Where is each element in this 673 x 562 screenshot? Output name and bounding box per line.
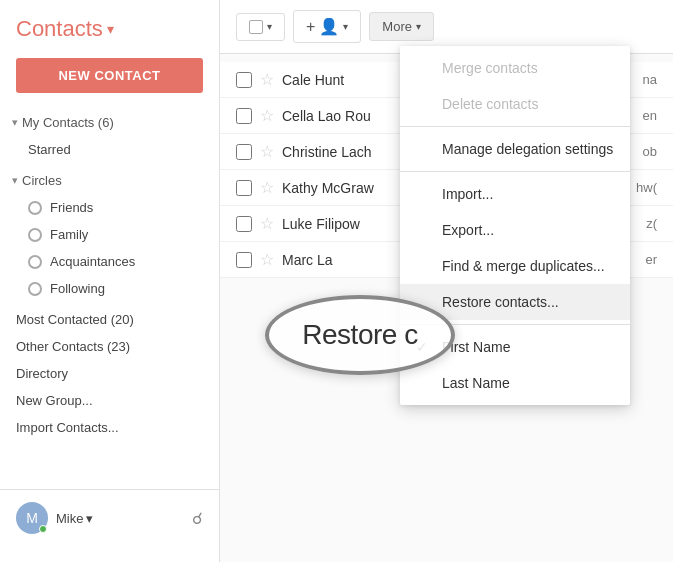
- first-name-label: First Name: [442, 339, 510, 355]
- sidebar-item-friends[interactable]: Friends: [0, 194, 219, 221]
- family-label: Family: [50, 227, 88, 242]
- checkbox-select-button[interactable]: ▾: [236, 13, 285, 41]
- circles-label: Circles: [22, 173, 62, 188]
- more-label: More: [382, 19, 412, 34]
- sidebar-bottom: M Mike ▾ ☌: [0, 489, 219, 546]
- my-contacts-label: My Contacts (6): [22, 115, 114, 130]
- acquaintances-label: Acquaintances: [50, 254, 135, 269]
- menu-item-merge-contacts[interactable]: Merge contacts: [400, 50, 630, 86]
- sidebar-item-import-contacts[interactable]: Import Contacts...: [0, 414, 219, 441]
- checkbox-chevron-icon: ▾: [267, 21, 272, 32]
- app-title-text: Contacts: [16, 16, 103, 42]
- contact-checkbox-3[interactable]: [236, 180, 252, 196]
- contact-checkbox-1[interactable]: [236, 108, 252, 124]
- menu-item-first-name[interactable]: ✓ First Name: [400, 329, 630, 365]
- following-label: Following: [50, 281, 105, 296]
- find-merge-label: Find & merge duplicates...: [442, 258, 605, 274]
- contact-email-2: ob: [643, 144, 657, 159]
- manage-delegation-label: Manage delegation settings: [442, 141, 613, 157]
- menu-item-export[interactable]: Export...: [400, 212, 630, 248]
- menu-item-import[interactable]: Import...: [400, 176, 630, 212]
- merge-contacts-label: Merge contacts: [442, 60, 538, 76]
- contact-email-0: na: [643, 72, 657, 87]
- add-contact-icon: +: [306, 18, 315, 36]
- sidebar-item-following[interactable]: Following: [0, 275, 219, 302]
- import-label: Import...: [442, 186, 493, 202]
- user-name-text: Mike: [56, 511, 83, 526]
- new-contact-button[interactable]: NEW CONTACT: [16, 58, 203, 93]
- more-dropdown-menu: Merge contacts Delete contacts Manage de…: [400, 46, 630, 405]
- delete-contacts-label: Delete contacts: [442, 96, 539, 112]
- circles-arrow-icon: ▾: [12, 174, 18, 187]
- last-name-label: Last Name: [442, 375, 510, 391]
- user-chevron-icon: ▾: [86, 511, 93, 526]
- avatar: M: [16, 502, 48, 534]
- menu-divider-1: [400, 126, 630, 127]
- acquaintances-circle-icon: [28, 255, 42, 269]
- circles-header[interactable]: ▾ Circles: [0, 167, 219, 194]
- sidebar: Contacts ▾ NEW CONTACT ▾ My Contacts (6)…: [0, 0, 220, 562]
- sidebar-item-other-contacts[interactable]: Other Contacts (23): [0, 333, 219, 360]
- friends-circle-icon: [28, 201, 42, 215]
- export-label: Export...: [442, 222, 494, 238]
- sidebar-item-new-group[interactable]: New Group...: [0, 387, 219, 414]
- sidebar-item-starred[interactable]: Starred: [0, 136, 219, 163]
- my-contacts-section: ▾ My Contacts (6) Starred: [0, 109, 219, 167]
- search-icon: ☌: [192, 510, 203, 527]
- menu-item-restore-contacts[interactable]: Restore contacts...: [400, 284, 630, 320]
- menu-item-find-merge-duplicates[interactable]: Find & merge duplicates...: [400, 248, 630, 284]
- family-circle-icon: [28, 228, 42, 242]
- online-status-dot: [39, 525, 47, 533]
- contact-checkbox-4[interactable]: [236, 216, 252, 232]
- more-chevron-icon: ▾: [416, 21, 421, 32]
- my-contacts-header[interactable]: ▾ My Contacts (6): [0, 109, 219, 136]
- star-icon-4[interactable]: ☆: [260, 214, 274, 233]
- menu-divider-2: [400, 171, 630, 172]
- add-contact-person-icon: 👤: [319, 17, 339, 36]
- contact-email-4: z(: [646, 216, 657, 231]
- add-contact-chevron-icon: ▾: [343, 21, 348, 32]
- app-title[interactable]: Contacts ▾: [0, 16, 219, 54]
- menu-item-manage-delegation[interactable]: Manage delegation settings: [400, 131, 630, 167]
- star-icon-5[interactable]: ☆: [260, 250, 274, 269]
- contact-email-3: hw(: [636, 180, 657, 195]
- sidebar-item-directory[interactable]: Directory: [0, 360, 219, 387]
- contact-checkbox-0[interactable]: [236, 72, 252, 88]
- menu-item-delete-contacts[interactable]: Delete contacts: [400, 86, 630, 122]
- star-icon-2[interactable]: ☆: [260, 142, 274, 161]
- more-button[interactable]: More ▾: [369, 12, 434, 41]
- restore-contacts-label: Restore contacts...: [442, 294, 559, 310]
- sidebar-item-most-contacted[interactable]: Most Contacted (20): [0, 306, 219, 333]
- following-circle-icon: [28, 282, 42, 296]
- menu-divider-3: [400, 324, 630, 325]
- add-contact-button[interactable]: + 👤 ▾: [293, 10, 361, 43]
- friends-label: Friends: [50, 200, 93, 215]
- title-chevron-icon: ▾: [107, 21, 114, 37]
- star-icon-0[interactable]: ☆: [260, 70, 274, 89]
- contact-email-1: en: [643, 108, 657, 123]
- search-button[interactable]: ☌: [192, 509, 203, 528]
- app-container: Contacts ▾ NEW CONTACT ▾ My Contacts (6)…: [0, 0, 673, 562]
- star-icon-1[interactable]: ☆: [260, 106, 274, 125]
- sidebar-item-family[interactable]: Family: [0, 221, 219, 248]
- contact-checkbox-2[interactable]: [236, 144, 252, 160]
- first-name-check-icon: ✓: [416, 339, 434, 355]
- contact-email-5: er: [645, 252, 657, 267]
- user-name[interactable]: Mike ▾: [56, 511, 93, 526]
- circles-section: ▾ Circles Friends Family Acquaintances F…: [0, 167, 219, 306]
- starred-label: Starred: [28, 142, 71, 157]
- my-contacts-arrow-icon: ▾: [12, 116, 18, 129]
- checkbox-icon: [249, 20, 263, 34]
- menu-item-last-name[interactable]: Last Name: [400, 365, 630, 401]
- contact-checkbox-5[interactable]: [236, 252, 252, 268]
- avatar-initial: M: [26, 510, 38, 526]
- sidebar-item-acquaintances[interactable]: Acquaintances: [0, 248, 219, 275]
- star-icon-3[interactable]: ☆: [260, 178, 274, 197]
